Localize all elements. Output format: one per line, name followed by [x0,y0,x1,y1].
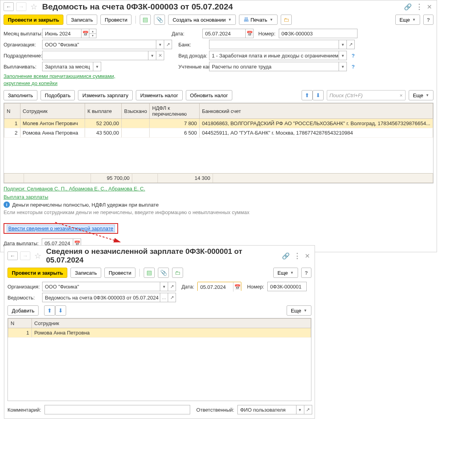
more-vertical-icon[interactable]: ⋮ [416,2,423,11]
date-input[interactable]: 05.07.2024 [202,29,246,38]
pay-input[interactable]: Зарплата за месяц [42,62,93,71]
link-icon[interactable]: 🔗 [404,3,412,11]
nav-forward-button[interactable]: → [16,2,26,11]
number-input[interactable]: 0Ф3К-000003 [279,29,357,38]
dropdown-button[interactable]: ▾ [296,405,304,414]
help-button[interactable]: ? [301,268,311,278]
close-icon[interactable]: ✕ [427,3,432,11]
more-dropdown[interactable]: Еще▼ [395,15,420,25]
favorite-star-icon[interactable]: ☆ [30,2,37,11]
dropdown-button[interactable]: ▾ [160,282,168,291]
more-vertical-icon[interactable]: ⋮ [294,251,301,260]
folder-button[interactable]: 🗀 [281,15,292,25]
document-icon-button[interactable]: ▤ [140,15,151,25]
help-question-icon[interactable]: ? [352,53,355,59]
post-and-close-button[interactable]: Провести и закрыть [7,268,67,278]
payment-section-link[interactable]: Выплата зарплаты [4,194,48,200]
col-pay[interactable]: К выплате [85,104,122,119]
table-row[interactable]: 2 Ромова Анна Петровна 43 500,00 6 500 0… [4,128,433,138]
pick-button[interactable]: Подобрать [41,90,75,100]
clear-button[interactable]: ✕ [156,51,164,60]
move-up-button[interactable]: ⬆ [44,305,55,316]
bank-input[interactable] [209,40,339,49]
org-input[interactable]: ООО "Физика" [42,282,160,291]
cell-col [122,128,150,138]
more-dropdown[interactable]: Еще▼ [273,268,298,278]
post-button[interactable]: Провести [104,268,136,278]
link-icon[interactable]: 🔗 [282,252,290,260]
date-input[interactable]: 05.07.2024 [198,282,233,292]
move-up-button[interactable]: ⬆ [302,90,313,100]
add-button[interactable]: Добавить [7,305,39,316]
spinner-down-icon[interactable]: ▼ [89,34,96,38]
month-input[interactable]: Июнь 2024 [42,29,81,38]
change-tax-button[interactable]: Изменить налог [136,90,182,100]
save-button[interactable]: Записать [70,268,101,278]
help-button[interactable]: ? [423,15,433,25]
update-tax-button[interactable]: Обновить налог [186,90,233,100]
clear-search-icon[interactable]: × [400,92,403,98]
attachment-button[interactable]: 📎 [154,15,165,25]
dropdown-button[interactable]: ▾ [339,51,347,60]
col-emp[interactable]: Сотрудник [20,104,85,119]
help-question-icon[interactable]: ? [352,64,355,70]
main-window: ← → ☆ Ведомость на счета 0Ф3К-000003 от … [0,0,437,252]
calendar-button[interactable]: 📅 [81,29,89,38]
fill-settings-link[interactable]: Заполнение всеми причитающимися суммами,… [4,73,137,87]
number-input[interactable]: 0Ф3К-000001 [267,282,307,291]
table-row[interactable]: 1 Молев Антон Петрович 52 200,00 7 800 0… [4,119,433,128]
col-n[interactable]: N [8,319,32,328]
spinner-up-icon[interactable]: ▲ [89,29,96,34]
col-bank-account[interactable]: Банковский счет [200,104,433,119]
select-button[interactable]: … [160,293,168,302]
close-icon[interactable]: ✕ [305,252,310,260]
dropdown-button[interactable]: ▾ [339,40,347,49]
create-based-dropdown[interactable]: Создать на основании▼ [168,15,236,25]
attachment-button[interactable]: 📎 [158,268,169,278]
favorite-star-icon[interactable]: ☆ [34,251,41,261]
comment-input[interactable] [44,405,190,414]
dropdown-button[interactable]: ▾ [93,62,101,71]
table-row[interactable]: 1 Ромова Анна Петровна [8,328,311,338]
col-ndfl[interactable]: НДФЛ к перечислению [150,104,200,119]
dept-input[interactable] [42,51,148,60]
open-button[interactable]: ↗ [168,293,176,302]
document-icon-button[interactable]: ▤ [144,268,155,278]
nav-back-button[interactable]: ← [7,251,18,260]
post-and-close-button[interactable]: Провести и закрыть [4,15,63,25]
enter-unpaid-info-link[interactable]: Ввести сведения о незачисленной зарплате [7,225,115,232]
dropdown-button[interactable]: ▾ [148,51,156,60]
nav-back-button[interactable]: ← [4,2,14,11]
calendar-button[interactable]: 📅 [246,29,254,38]
col-collected[interactable]: Взыскано [122,104,150,119]
print-dropdown[interactable]: 🖶Печать▼ [239,15,278,25]
open-button[interactable]: ↗ [304,405,312,414]
table-more-dropdown[interactable]: Еще▼ [409,90,433,100]
calendar-button[interactable]: 📅 [233,282,241,292]
nav-forward-button[interactable]: → [20,251,30,260]
col-n[interactable]: N [4,104,20,119]
save-button[interactable]: Записать [67,15,97,25]
org-input[interactable]: ООО "Физика" [42,40,156,49]
signatures-link[interactable]: Подписи: Селиванов С. П., Абрамова Е. С.… [4,186,145,192]
income-input[interactable]: 1 - Заработная плата и иные доходы с огр… [209,51,339,60]
open-button[interactable]: ↗ [347,40,355,49]
dropdown-button[interactable]: ▾ [156,40,164,49]
post-button[interactable]: Провести [100,15,132,25]
month-spinner[interactable]: ▲▼ [89,29,96,38]
search-input[interactable]: Поиск (Ctrl+F) × [327,90,406,100]
account-input[interactable]: Расчеты по оплате труда [209,62,339,71]
fill-button[interactable]: Заполнить [4,90,37,100]
open-button[interactable]: ↗ [168,282,176,291]
change-salary-button[interactable]: Изменить зарплату [78,90,133,100]
dropdown-button[interactable]: ▾ [339,62,347,71]
table-more-dropdown[interactable]: Еще▼ [287,305,311,316]
folder-button[interactable]: 🗀 [172,268,183,278]
col-emp[interactable]: Сотрудник [32,319,311,328]
open-button[interactable]: ↗ [164,40,172,49]
move-down-button[interactable]: ⬇ [55,305,66,316]
responsible-input[interactable]: ФИО пользователя [237,405,296,414]
move-down-button[interactable]: ⬇ [313,90,324,100]
responsible-label: Ответственный: [196,407,234,413]
sheet-input[interactable]: Ведомость на счета 0Ф3К-000003 от 05.07.… [42,293,160,302]
